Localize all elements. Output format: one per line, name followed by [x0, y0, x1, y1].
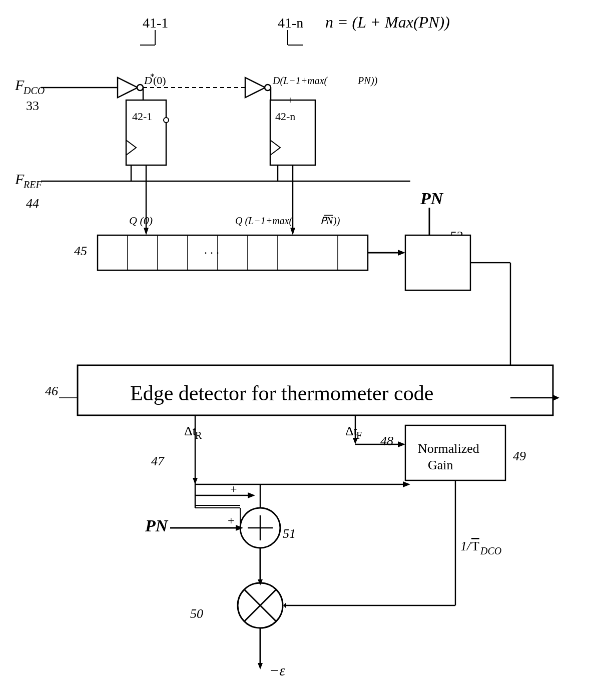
ref46-label: 46: [45, 384, 58, 398]
fref-sub: REF: [23, 179, 42, 190]
ref51-label: 51: [283, 526, 296, 541]
fref-label: F: [15, 171, 25, 187]
q-l1-close: )): [333, 215, 340, 227]
ref45-label: 45: [74, 244, 87, 258]
svg-marker-48: [353, 438, 358, 444]
q0-label: Q (0): [129, 214, 153, 227]
svg-marker-53: [248, 492, 255, 498]
svg-marker-50: [398, 441, 405, 447]
ref48-label: 48: [380, 434, 393, 448]
q-l1-pn: P͞N: [320, 215, 334, 226]
eq-n-label: n = (L + Max(PN)): [325, 13, 450, 31]
ref44-label: 44: [26, 196, 39, 211]
svg-marker-74: [403, 481, 410, 487]
ref41-n-label: 41-n: [278, 15, 303, 31]
inv-tdco-label: 1/: [460, 539, 472, 553]
q-l1-label: Q (L−1+max(: [235, 215, 293, 227]
ref50-label: 50: [190, 606, 203, 621]
d-l1-pn: PN: [357, 75, 371, 86]
svg-marker-8: [245, 78, 265, 98]
svg-marker-72: [283, 602, 286, 608]
edge-detector-label: Edge detector for thermometer code: [130, 382, 433, 405]
svg-point-6: [137, 85, 143, 91]
inv-tdco-t: T: [471, 539, 479, 553]
svg-point-9: [265, 85, 271, 91]
norm-gain-label: Normalized: [418, 441, 479, 456]
svg-marker-34: [398, 250, 405, 256]
svg-marker-22: [144, 228, 149, 235]
svg-marker-24: [290, 228, 295, 235]
ref47-label: 47: [151, 454, 165, 468]
inv-tdco-sub: DCO: [480, 545, 501, 556]
pn-bottom-label: PN: [145, 516, 169, 535]
d-star-paren: (0): [153, 74, 166, 87]
fdco-sub: DCO: [23, 85, 45, 96]
pn-top-label: PN: [420, 189, 444, 208]
d-l1-close: )): [370, 75, 378, 87]
svg-marker-5: [118, 78, 138, 98]
ref41-1-label: 41-1: [143, 15, 168, 31]
delta-tr-sub: R: [195, 430, 202, 441]
diagram: n = (L + Max(PN)) 41-1 41-n F DCO 33 D *…: [0, 0, 616, 685]
svg-marker-44: [553, 395, 559, 401]
plus-sign-pn: +: [228, 514, 235, 527]
norm-gain-label2: Gain: [428, 458, 453, 472]
ref33-label: 33: [26, 99, 39, 113]
dots-register: · · ·: [204, 246, 219, 259]
svg-marker-69: [258, 663, 263, 669]
ref42-n-label: 42-n: [275, 110, 295, 123]
svg-rect-25: [98, 235, 368, 270]
fdco-label: F: [15, 77, 25, 93]
d-l1-label: D(L−1+max(: [272, 75, 328, 87]
minus-epsilon-label: −ε: [269, 662, 285, 678]
svg-rect-38: [405, 235, 470, 290]
ref49-label: 49: [513, 449, 526, 463]
svg-point-11: [164, 118, 169, 123]
ref42-1-label: 42-1: [132, 110, 152, 123]
